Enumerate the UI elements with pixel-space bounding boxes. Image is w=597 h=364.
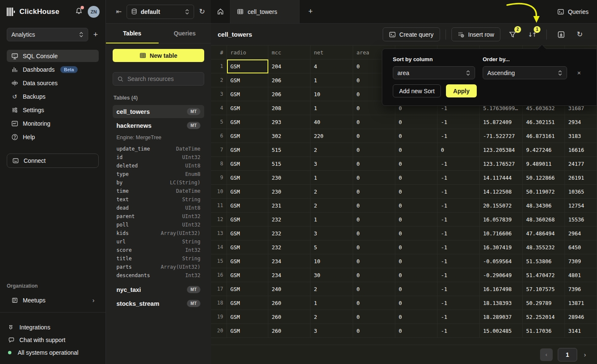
table-cell[interactable]: -1 [438, 157, 480, 171]
table-cell[interactable]: 232 [268, 240, 311, 254]
insert-row-button[interactable]: Insert row [451, 27, 500, 41]
queries-button[interactable]: Queries [549, 0, 597, 23]
table-cell[interactable]: -1 [438, 282, 480, 296]
table-cell[interactable]: GSM [227, 226, 268, 240]
table-cell[interactable]: 0 [395, 143, 438, 157]
sidebar-item-help[interactable]: Help [7, 131, 99, 143]
table-cell[interactable]: 0 [395, 185, 438, 199]
table-cell[interactable]: 10 [311, 87, 353, 101]
table-cell[interactable]: 0 [395, 254, 438, 268]
table-cell[interactable]: 1 [311, 296, 353, 310]
table-cell[interactable]: 0 [353, 171, 395, 185]
table-cell[interactable]: 52.252014 [523, 310, 565, 324]
table-cell[interactable]: 0 [395, 282, 438, 296]
avatar[interactable]: ZN [88, 6, 100, 18]
table-cell[interactable]: 0 [395, 129, 438, 143]
apply-sort-button[interactable]: Apply [446, 84, 477, 97]
table-cell[interactable]: 0 [395, 199, 438, 213]
table-cell[interactable]: 260 [268, 310, 311, 324]
table-cell[interactable]: 0 [395, 240, 438, 254]
refresh-icon[interactable]: ↻ [199, 7, 205, 16]
column-header[interactable]: net [311, 46, 353, 59]
sidebar-item-settings[interactable]: Settings [7, 104, 99, 116]
table-cell[interactable]: 3141 [565, 324, 597, 338]
table-cell[interactable]: 260 [268, 324, 311, 338]
table-cell[interactable]: 515 [268, 157, 311, 171]
table-cell[interactable]: 57.107575 [523, 282, 565, 296]
tab-queries[interactable]: Queries [159, 24, 211, 43]
table-cell[interactable]: 7309 [565, 254, 597, 268]
table-cell[interactable]: GSM [227, 157, 268, 171]
table-cell[interactable]: 51.470472 [523, 268, 565, 282]
table-cell[interactable]: 0 [353, 157, 395, 171]
table-cell[interactable]: 48.34306 [523, 199, 565, 213]
prev-page-button[interactable]: ‹ [540, 348, 553, 361]
table-cell[interactable]: -71.522727 [480, 129, 523, 143]
table-cell[interactable]: 0 [353, 324, 395, 338]
table-cell[interactable]: -0.059564 [480, 254, 523, 268]
table-cell[interactable]: 123.176527 [480, 157, 523, 171]
table-cell[interactable]: -1 [438, 310, 480, 324]
table-cell[interactable]: 18.138393 [480, 296, 523, 310]
table-cell[interactable]: 0 [353, 115, 395, 129]
table-cell[interactable]: 51.17036 [523, 324, 565, 338]
table-cell[interactable]: 515 [268, 143, 311, 157]
table-cell[interactable]: 50.122866 [523, 171, 565, 185]
table-cell[interactable]: 232 [268, 226, 311, 240]
table-cell[interactable]: -1 [438, 254, 480, 268]
table-cell[interactable]: GSM [227, 282, 268, 296]
table-cell[interactable]: 46.302151 [523, 115, 565, 129]
table-cell[interactable]: 3183 [565, 129, 597, 143]
table-cell[interactable]: 2964 [565, 226, 597, 240]
table-cell[interactable]: 50.119072 [523, 185, 565, 199]
table-cell[interactable]: 0 [395, 310, 438, 324]
add-workspace-button[interactable]: + [92, 30, 99, 39]
table-cell[interactable]: 0 [353, 310, 395, 324]
table-cell[interactable]: 26191 [565, 171, 597, 185]
table-cell[interactable]: 15.872409 [480, 115, 523, 129]
table-cell[interactable]: 208 [268, 101, 311, 115]
table-cell[interactable]: 204 [268, 59, 311, 73]
new-tab-button[interactable]: + [300, 0, 321, 23]
current-page-button[interactable]: 1 [558, 348, 577, 361]
table-cell[interactable]: 51.53806 [523, 254, 565, 268]
table-cell[interactable]: 15.002485 [480, 324, 523, 338]
table-cell[interactable]: GSM [227, 254, 268, 268]
table-cell[interactable]: -1 [438, 240, 480, 254]
table-cell[interactable]: GSM [227, 59, 268, 73]
table-cell[interactable]: 0 [353, 213, 395, 226]
new-table-button[interactable]: New table [113, 49, 204, 62]
table-cell[interactable]: 2934 [565, 115, 597, 129]
table-cell[interactable]: 0 [353, 199, 395, 213]
tab-tables[interactable]: Tables [106, 24, 159, 43]
table-cell[interactable]: GSM [227, 213, 268, 226]
table-cell[interactable]: 3 [311, 157, 353, 171]
sidebar-item-meetups[interactable]: Meetups › [7, 294, 99, 306]
table-item-cell-towers[interactable]: cell_towers MT [113, 105, 204, 118]
table-cell[interactable]: 50.29789 [523, 296, 565, 310]
table-cell[interactable]: 16.167498 [480, 282, 523, 296]
table-item-stocks-stream[interactable]: stocks_stream MT [113, 297, 204, 310]
table-cell[interactable]: 13871 [565, 296, 597, 310]
sidebar-item-data-sources[interactable]: Data sources [7, 77, 99, 89]
table-cell[interactable]: 0 [353, 282, 395, 296]
next-page-button[interactable]: › [582, 351, 588, 358]
table-cell[interactable]: 3 [311, 226, 353, 240]
table-cell[interactable]: 0 [353, 268, 395, 282]
home-button[interactable] [211, 0, 230, 23]
close-icon[interactable]: × [575, 69, 583, 76]
table-cell[interactable]: GSM [227, 171, 268, 185]
collapse-panel-icon[interactable]: ⇤ [116, 8, 122, 16]
table-cell[interactable]: 0 [395, 268, 438, 282]
refresh-table-button[interactable]: ↻ [574, 29, 585, 40]
table-cell[interactable]: GSM [227, 324, 268, 338]
table-cell[interactable]: 206 [268, 87, 311, 101]
table-cell[interactable]: 16616 [565, 143, 597, 157]
table-cell[interactable]: GSM [227, 310, 268, 324]
table-cell[interactable]: 234 [268, 254, 311, 268]
table-cell[interactable]: 4 [311, 59, 353, 73]
table-cell[interactable]: 0 [353, 185, 395, 199]
add-new-sort-button[interactable]: Add new Sort [393, 84, 441, 97]
table-cell[interactable]: GSM [227, 268, 268, 282]
table-cell[interactable]: 1 [311, 73, 353, 87]
